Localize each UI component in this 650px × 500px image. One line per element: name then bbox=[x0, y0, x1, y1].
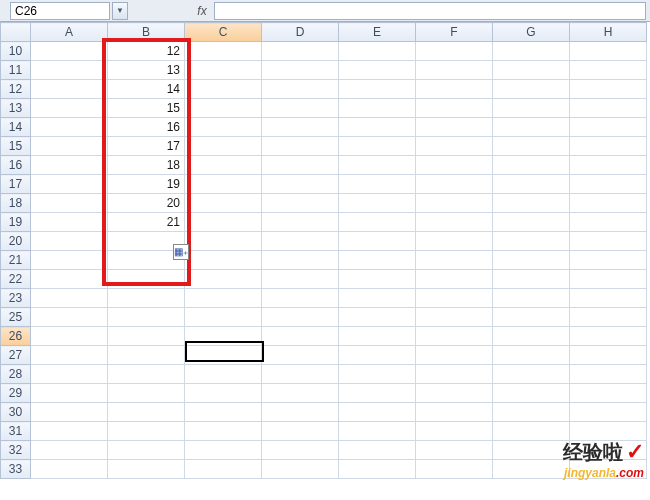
cell-D30[interactable] bbox=[262, 403, 339, 422]
cell-G16[interactable] bbox=[493, 156, 570, 175]
cell-G28[interactable] bbox=[493, 365, 570, 384]
cell-B18[interactable]: 20 bbox=[108, 194, 185, 213]
name-box[interactable]: C26 bbox=[10, 2, 110, 20]
cell-D12[interactable] bbox=[262, 80, 339, 99]
cell-H20[interactable] bbox=[570, 232, 647, 251]
cell-G33[interactable] bbox=[493, 460, 570, 479]
cell-F22[interactable] bbox=[416, 270, 493, 289]
cell-G26[interactable] bbox=[493, 327, 570, 346]
cell-A19[interactable] bbox=[31, 213, 108, 232]
cell-D20[interactable] bbox=[262, 232, 339, 251]
cell-E12[interactable] bbox=[339, 80, 416, 99]
autofill-options-icon[interactable]: ▦₊ bbox=[173, 244, 189, 260]
cell-A13[interactable] bbox=[31, 99, 108, 118]
cell-D11[interactable] bbox=[262, 61, 339, 80]
fx-icon[interactable]: fx bbox=[192, 2, 212, 20]
row-header-14[interactable]: 14 bbox=[1, 118, 31, 137]
cell-A18[interactable] bbox=[31, 194, 108, 213]
cell-G12[interactable] bbox=[493, 80, 570, 99]
cell-B30[interactable] bbox=[108, 403, 185, 422]
cell-C31[interactable] bbox=[185, 422, 262, 441]
cell-C14[interactable] bbox=[185, 118, 262, 137]
cell-D14[interactable] bbox=[262, 118, 339, 137]
cell-D27[interactable] bbox=[262, 346, 339, 365]
cell-B31[interactable] bbox=[108, 422, 185, 441]
row-header-22[interactable]: 22 bbox=[1, 270, 31, 289]
cell-H31[interactable] bbox=[570, 422, 647, 441]
cell-C12[interactable] bbox=[185, 80, 262, 99]
cell-G29[interactable] bbox=[493, 384, 570, 403]
cell-C20[interactable] bbox=[185, 232, 262, 251]
cell-E33[interactable] bbox=[339, 460, 416, 479]
cell-C29[interactable] bbox=[185, 384, 262, 403]
row-header-19[interactable]: 19 bbox=[1, 213, 31, 232]
cell-D16[interactable] bbox=[262, 156, 339, 175]
cell-A17[interactable] bbox=[31, 175, 108, 194]
cell-E26[interactable] bbox=[339, 327, 416, 346]
column-header-D[interactable]: D bbox=[262, 23, 339, 42]
cell-F15[interactable] bbox=[416, 137, 493, 156]
row-header-13[interactable]: 13 bbox=[1, 99, 31, 118]
row-header-29[interactable]: 29 bbox=[1, 384, 31, 403]
row-header-31[interactable]: 31 bbox=[1, 422, 31, 441]
cell-D15[interactable] bbox=[262, 137, 339, 156]
cell-E23[interactable] bbox=[339, 289, 416, 308]
cell-F16[interactable] bbox=[416, 156, 493, 175]
cell-E21[interactable] bbox=[339, 251, 416, 270]
cell-D21[interactable] bbox=[262, 251, 339, 270]
column-header-F[interactable]: F bbox=[416, 23, 493, 42]
cell-B19[interactable]: 21 bbox=[108, 213, 185, 232]
cell-E28[interactable] bbox=[339, 365, 416, 384]
cell-G27[interactable] bbox=[493, 346, 570, 365]
row-header-15[interactable]: 15 bbox=[1, 137, 31, 156]
cell-B28[interactable] bbox=[108, 365, 185, 384]
cell-A16[interactable] bbox=[31, 156, 108, 175]
cell-G13[interactable] bbox=[493, 99, 570, 118]
cell-H26[interactable] bbox=[570, 327, 647, 346]
cell-H17[interactable] bbox=[570, 175, 647, 194]
cell-B26[interactable] bbox=[108, 327, 185, 346]
cell-A28[interactable] bbox=[31, 365, 108, 384]
cell-E25[interactable] bbox=[339, 308, 416, 327]
cell-A25[interactable] bbox=[31, 308, 108, 327]
cell-E17[interactable] bbox=[339, 175, 416, 194]
cell-A33[interactable] bbox=[31, 460, 108, 479]
column-header-G[interactable]: G bbox=[493, 23, 570, 42]
cell-B11[interactable]: 13 bbox=[108, 61, 185, 80]
cell-F17[interactable] bbox=[416, 175, 493, 194]
cell-A22[interactable] bbox=[31, 270, 108, 289]
row-header-21[interactable]: 21 bbox=[1, 251, 31, 270]
cell-D10[interactable] bbox=[262, 42, 339, 61]
cell-C21[interactable] bbox=[185, 251, 262, 270]
formula-input[interactable] bbox=[214, 2, 646, 20]
cell-F25[interactable] bbox=[416, 308, 493, 327]
cell-F10[interactable] bbox=[416, 42, 493, 61]
cell-A12[interactable] bbox=[31, 80, 108, 99]
cell-H21[interactable] bbox=[570, 251, 647, 270]
cell-F32[interactable] bbox=[416, 441, 493, 460]
cell-A29[interactable] bbox=[31, 384, 108, 403]
row-header-17[interactable]: 17 bbox=[1, 175, 31, 194]
column-header-B[interactable]: B bbox=[108, 23, 185, 42]
row-header-16[interactable]: 16 bbox=[1, 156, 31, 175]
cell-H19[interactable] bbox=[570, 213, 647, 232]
cell-A20[interactable] bbox=[31, 232, 108, 251]
row-header-18[interactable]: 18 bbox=[1, 194, 31, 213]
cell-G20[interactable] bbox=[493, 232, 570, 251]
cell-F18[interactable] bbox=[416, 194, 493, 213]
cell-G10[interactable] bbox=[493, 42, 570, 61]
cell-F13[interactable] bbox=[416, 99, 493, 118]
cell-H28[interactable] bbox=[570, 365, 647, 384]
cell-B23[interactable] bbox=[108, 289, 185, 308]
cell-H10[interactable] bbox=[570, 42, 647, 61]
cell-F14[interactable] bbox=[416, 118, 493, 137]
row-header-23[interactable]: 23 bbox=[1, 289, 31, 308]
cell-F31[interactable] bbox=[416, 422, 493, 441]
cell-B15[interactable]: 17 bbox=[108, 137, 185, 156]
cell-H15[interactable] bbox=[570, 137, 647, 156]
cell-F27[interactable] bbox=[416, 346, 493, 365]
cell-E14[interactable] bbox=[339, 118, 416, 137]
cell-C33[interactable] bbox=[185, 460, 262, 479]
cell-E32[interactable] bbox=[339, 441, 416, 460]
cell-A26[interactable] bbox=[31, 327, 108, 346]
